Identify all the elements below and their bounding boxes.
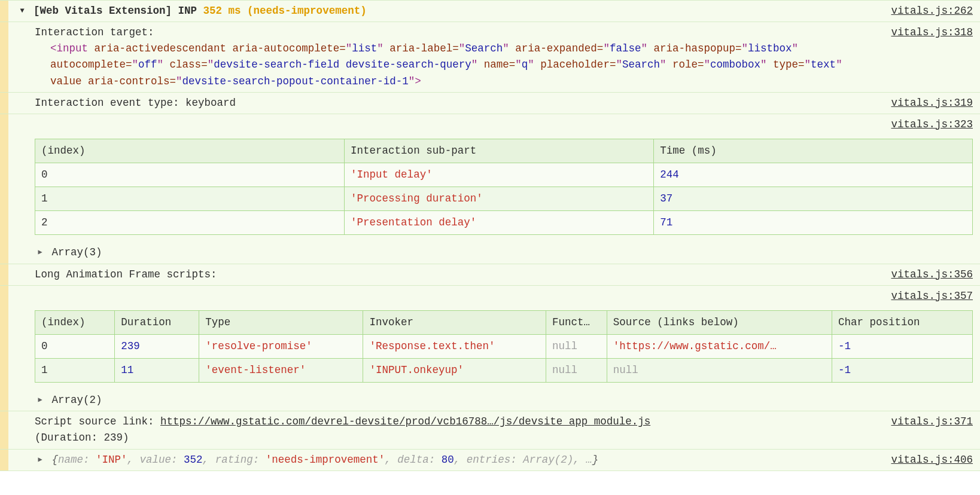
console-panel: [Web Vitals Extension] INP 352 ms (needs… (0, 0, 980, 471)
source-link[interactable]: vitals.js:323 (891, 118, 973, 130)
gutter (0, 286, 8, 411)
source-link[interactable]: vitals.js:371 (891, 415, 973, 427)
event-type-text: Interaction event type: keyboard (35, 95, 873, 111)
source-link[interactable]: vitals.js:262 (891, 5, 973, 17)
script-link-prefix: Script source link: (35, 415, 160, 427)
source-link[interactable]: vitals.js:356 (891, 268, 973, 280)
array-summary[interactable]: Array(3) (52, 246, 102, 258)
gutter (0, 411, 8, 448)
gutter (0, 114, 8, 264)
extension-label: [Web Vitals Extension] (34, 5, 172, 17)
table-header: Char position (832, 310, 972, 334)
source-link[interactable]: vitals.js:357 (891, 290, 973, 302)
table-header: (index) (35, 310, 115, 334)
table-row: 111'event-listener''INPUT.onkeyup'nullnu… (35, 359, 973, 383)
table-header: Duration (115, 310, 199, 334)
source-link[interactable]: vitals.js:318 (891, 26, 973, 38)
table-header: Source (links below) (607, 310, 832, 334)
gutter (0, 264, 8, 285)
table-header: Type (199, 310, 363, 334)
table-header: Funct… (546, 310, 607, 334)
log-header: [Web Vitals Extension] INP 352 ms (needs… (34, 3, 873, 19)
table-header: Interaction sub-part (345, 139, 654, 163)
metric-name: INP (178, 5, 197, 17)
array-summary[interactable]: Array(2) (52, 394, 102, 406)
table-row: 1'Processing duration'37 (35, 187, 973, 211)
loaf-table: (index)DurationTypeInvokerFunct…Source (… (35, 310, 973, 383)
gutter (0, 22, 8, 92)
loaf-label: Long Animation Frame scripts: (35, 267, 873, 283)
table-header: Invoker (363, 310, 546, 334)
table-header: (index) (35, 139, 345, 163)
element-snippet[interactable]: <input aria-activedescendant aria-autoco… (35, 41, 873, 89)
table-row: 0'Input delay'244 (35, 163, 973, 187)
disclosure-toggle[interactable] (35, 245, 45, 261)
gutter (0, 450, 8, 470)
metric-value: 352 ms (needs-improvement) (203, 5, 367, 17)
script-duration-note: (Duration: 239) (35, 432, 129, 444)
gutter (0, 1, 8, 22)
object-summary[interactable]: {name: 'INP', value: 352, rating: 'needs… (35, 452, 873, 468)
gutter (0, 93, 8, 114)
script-source-url[interactable]: https://www.gstatic.com/devrel-devsite/p… (160, 415, 650, 427)
interaction-target-label: Interaction target: (35, 25, 873, 41)
table-row: 0239'resolve-promise''Response.text.then… (35, 334, 973, 358)
subparts-table: (index)Interaction sub-partTime (ms) 0'I… (35, 139, 973, 236)
source-link[interactable]: vitals.js:319 (891, 97, 973, 109)
table-header: Time (ms) (654, 139, 973, 163)
disclosure-toggle[interactable] (35, 392, 45, 408)
table-row: 2'Presentation delay'71 (35, 211, 973, 235)
disclosure-toggle[interactable] (17, 3, 28, 19)
disclosure-toggle[interactable] (35, 452, 45, 468)
source-link[interactable]: vitals.js:406 (891, 454, 973, 466)
